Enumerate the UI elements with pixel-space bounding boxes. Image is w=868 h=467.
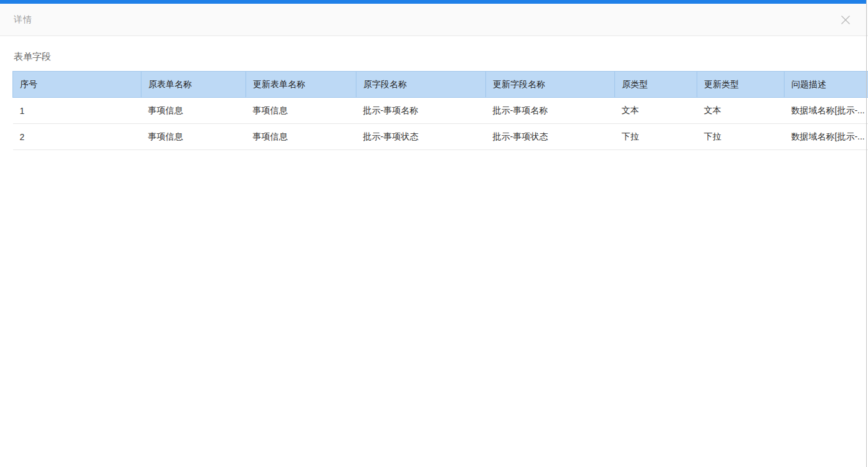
cell-original-type: 下拉	[615, 124, 697, 150]
section-title: 表单字段	[0, 36, 868, 71]
column-header-original-type: 原类型	[615, 72, 697, 98]
cell-updated-form-name: 事项信息	[246, 98, 356, 124]
cell-updated-type: 文本	[697, 98, 785, 124]
column-header-updated-field-name: 更新字段名称	[486, 72, 615, 98]
page-right-border	[866, 0, 867, 467]
close-button[interactable]	[837, 12, 854, 28]
form-fields-table-wrap: 序号 原表单名称 更新表单名称 原字段名称 更新字段名称 原类型 更新类型 问题…	[12, 71, 868, 150]
column-header-index: 序号	[13, 72, 141, 98]
cell-updated-field-name: 批示-事项状态	[486, 124, 615, 150]
modal-body: 表单字段 序号 原表单名称 更新表单名称 原字段名称 更新字段名称 原类型	[0, 36, 868, 150]
cell-issue-description: 数据域名称[批示-...	[785, 124, 868, 150]
cell-original-field-name: 批示-事项状态	[356, 124, 486, 150]
cell-updated-form-name: 事项信息	[246, 124, 356, 150]
cell-index: 2	[13, 124, 141, 150]
column-header-updated-form-name: 更新表单名称	[246, 72, 356, 98]
table-row: 1 事项信息 事项信息 批示-事项名称 批示-事项名称 文本 文本 数据域名称[…	[13, 98, 868, 124]
column-header-original-field-name: 原字段名称	[356, 72, 486, 98]
close-icon	[839, 13, 852, 27]
modal-title: 详情	[14, 14, 32, 26]
cell-original-form-name: 事项信息	[141, 124, 246, 150]
modal-header: 详情	[0, 4, 868, 36]
cell-updated-type: 下拉	[697, 124, 785, 150]
column-header-issue-description: 问题描述	[785, 72, 868, 98]
column-header-original-form-name: 原表单名称	[141, 72, 246, 98]
cell-issue-description: 数据域名称[批示-...	[785, 98, 868, 124]
table-row: 2 事项信息 事项信息 批示-事项状态 批示-事项状态 下拉 下拉 数据域名称[…	[13, 124, 868, 150]
form-fields-table: 序号 原表单名称 更新表单名称 原字段名称 更新字段名称 原类型 更新类型 问题…	[12, 71, 868, 150]
cell-original-field-name: 批示-事项名称	[356, 98, 486, 124]
cell-updated-field-name: 批示-事项名称	[486, 98, 615, 124]
table-header-row: 序号 原表单名称 更新表单名称 原字段名称 更新字段名称 原类型 更新类型 问题…	[13, 72, 868, 98]
cell-original-form-name: 事项信息	[141, 98, 246, 124]
column-header-updated-type: 更新类型	[697, 72, 785, 98]
cell-original-type: 文本	[615, 98, 697, 124]
details-modal: 详情 表单字段 序号 原表单名称 更新表单名称	[0, 0, 868, 467]
cell-index: 1	[13, 98, 141, 124]
